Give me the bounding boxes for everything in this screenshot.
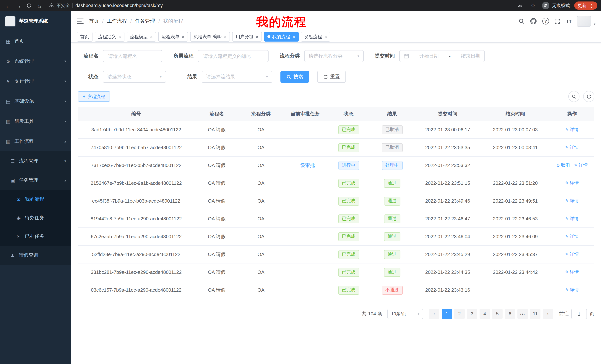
page-size-select[interactable]: 10条/页 ▾ — [387, 309, 423, 319]
close-icon[interactable]: × — [150, 34, 153, 39]
browser-menu-icon[interactable]: ⋮ — [589, 3, 594, 8]
workflow-icon: ▧ — [5, 139, 11, 144]
cell-name: OA 请假 — [194, 139, 239, 156]
page-button-4[interactable]: 4 — [480, 309, 490, 319]
page-button-6[interactable]: 6 — [505, 309, 515, 319]
status-badge: 进行中 — [338, 161, 359, 170]
breadcrumb: 首页 / 工作流程 / 任务管理 / 我的流程 — [89, 18, 183, 25]
fullscreen-icon[interactable] — [555, 18, 560, 24]
detail-link[interactable]: ✎详情 — [565, 233, 579, 240]
chevron-down-icon[interactable]: ▾ — [594, 22, 595, 26]
create-process-button[interactable]: + 发起流程 — [78, 91, 110, 102]
sidebar-item-devtools[interactable]: ▨研发工具▾ — [0, 111, 71, 131]
page-button-1[interactable]: 1 — [442, 309, 452, 319]
sidebar-item-workflow[interactable]: ▧工作流程▴ — [0, 131, 71, 151]
prev-page-button[interactable]: ‹ — [429, 309, 440, 319]
status-badge: 通过 — [384, 179, 400, 188]
table-row: 67c2eaab-7b9a-11ec-a290-acde48001122OA 请… — [78, 228, 594, 245]
key-icon[interactable] — [515, 1, 524, 10]
search-icon[interactable] — [519, 18, 524, 24]
view-tab-2[interactable]: 流程模型× — [127, 32, 156, 42]
detail-link[interactable]: ✎详情 — [565, 144, 579, 151]
detail-link[interactable]: ✎详情 — [565, 287, 579, 293]
security-label: 不安全 — [56, 2, 70, 9]
view-tab-7[interactable]: 发起流程× — [301, 32, 330, 42]
result-select[interactable]: 请选择流结果 ▾ — [202, 71, 272, 83]
detail-link[interactable]: ✎详情 — [565, 216, 579, 222]
cell-id: 2152467e-7b9b-11ec-9a1b-acde48001122 — [78, 174, 194, 192]
reload-icon[interactable] — [25, 1, 33, 10]
sidebar-item-task[interactable]: ▣任务管理▴ — [0, 171, 71, 190]
breadcrumb-item[interactable]: 工作流程 — [107, 18, 127, 25]
close-icon[interactable]: × — [182, 34, 184, 39]
avatar[interactable] — [577, 16, 591, 27]
detail-link[interactable]: ✎详情 — [565, 251, 579, 258]
app-logo[interactable]: 芋道管理系统 — [0, 11, 71, 31]
owner-process-input[interactable] — [202, 53, 264, 59]
home-icon[interactable]: ⌂ — [35, 1, 44, 10]
page-button-5[interactable]: 5 — [492, 309, 502, 319]
close-icon[interactable]: × — [256, 34, 259, 39]
close-icon[interactable]: × — [292, 34, 295, 39]
detail-link[interactable]: ✎详情 — [565, 269, 579, 275]
sidebar-item-my-process[interactable]: ✉我的流程 — [0, 190, 71, 209]
done-icon: ✂ — [16, 234, 21, 239]
sidebar-item-dashboard[interactable]: ▦首页 — [0, 31, 71, 51]
view-tab-1[interactable]: 流程定义× — [95, 32, 124, 42]
cell-status: 进行中 — [327, 156, 370, 174]
search-button[interactable]: 搜索 — [280, 71, 309, 83]
cell-submit-time: 2022-01-22 23:44:35 — [414, 263, 481, 281]
current-task-link[interactable]: 一级审批 — [295, 162, 315, 168]
reset-button[interactable]: 重置 — [317, 71, 346, 83]
view-tab-6[interactable]: 我的流程× — [264, 32, 299, 42]
refresh-button[interactable] — [583, 91, 594, 102]
sidebar-item-done[interactable]: ✂已办任务 — [0, 227, 71, 246]
help-icon[interactable]: ? — [542, 18, 549, 25]
address-bar[interactable]: 不安全 dashboard.yudao.iocoder.cn/bpm/task/… — [49, 2, 163, 9]
close-icon[interactable]: × — [118, 34, 121, 39]
detail-link[interactable]: ✎详情 — [565, 198, 579, 204]
detail-link[interactable]: ✎详情 — [565, 126, 579, 133]
chevron-up-icon: ▴ — [64, 179, 66, 182]
submit-time-range-picker[interactable]: 开始日期 - 结束日期 — [399, 50, 485, 62]
category-select[interactable]: 请选择流程分类 ▾ — [304, 50, 364, 62]
view-tab-4[interactable]: 流程表单-编辑× — [190, 32, 230, 42]
breadcrumb-item[interactable]: 任务管理 — [135, 18, 155, 25]
cell-name: OA 请假 — [194, 281, 239, 299]
goto-page-input[interactable] — [571, 309, 587, 319]
sidebar-item-infrastructure[interactable]: ▤基础设施▾ — [0, 91, 71, 111]
update-button[interactable]: 更新 ⋮ — [574, 1, 597, 10]
back-icon[interactable]: ← — [4, 1, 13, 10]
sidebar-item-gear[interactable]: ⚙系统管理▾ — [0, 51, 71, 71]
toggle-search-button[interactable] — [568, 91, 580, 102]
view-tab-0[interactable]: 首页 — [77, 32, 92, 42]
forward-icon[interactable]: → — [14, 1, 23, 10]
sidebar-item-payment[interactable]: ¥支付管理▾ — [0, 71, 71, 91]
page-button-11[interactable]: 11 — [530, 309, 541, 319]
page-ellipsis[interactable]: ••• — [517, 309, 528, 319]
status-badge: 已完成 — [338, 179, 359, 188]
page-button-2[interactable]: 2 — [454, 309, 465, 319]
github-icon[interactable] — [530, 18, 537, 25]
breadcrumb-item[interactable]: 首页 — [89, 18, 99, 25]
sidebar-item-leave[interactable]: ♟请假查询 — [0, 246, 71, 265]
status-select[interactable]: 请选择状态 ▾ — [103, 71, 166, 83]
font-size-icon[interactable]: TT — [566, 18, 571, 24]
close-icon[interactable]: × — [324, 34, 327, 39]
process-name-input[interactable] — [107, 53, 158, 59]
page-button-3[interactable]: 3 — [467, 309, 477, 319]
view-tab-5[interactable]: 用户分组× — [232, 32, 262, 42]
cell-result: 通过 — [370, 245, 414, 263]
bookmark-star-icon[interactable]: ☆ — [529, 1, 538, 10]
table-toolbar: + 发起流程 — [78, 91, 594, 102]
cancel-link[interactable]: ⊘取消 — [556, 162, 570, 168]
next-page-button[interactable]: › — [543, 309, 553, 319]
sidebar-item-todo[interactable]: ◉待办任务 — [0, 209, 71, 227]
detail-link[interactable]: ✎详情 — [565, 180, 579, 186]
close-icon[interactable]: × — [224, 34, 227, 39]
hamburger-icon[interactable] — [77, 19, 84, 24]
detail-link[interactable]: ✎详情 — [574, 162, 588, 168]
view-tab-3[interactable]: 流程表单× — [158, 32, 188, 42]
cell-actions: ✎详情 — [550, 210, 594, 228]
sidebar-item-process[interactable]: ☰流程管理▾ — [0, 151, 71, 171]
